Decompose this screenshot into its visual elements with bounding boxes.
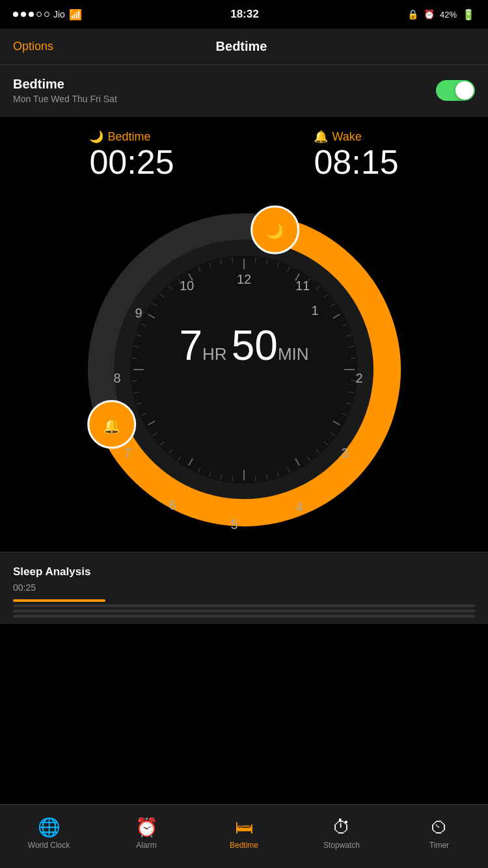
dot-4	[36, 12, 42, 17]
carrier-label: Jio	[53, 9, 65, 20]
svg-point-2	[130, 256, 358, 483]
bedtime-tab-icon: 🛏	[235, 817, 253, 838]
tab-bedtime[interactable]: 🛏 Bedtime	[205, 817, 283, 850]
battery-label: 42%	[440, 10, 457, 20]
bell-icon: 🔔	[314, 129, 328, 144]
analysis-bar-3	[13, 610, 475, 612]
wifi-icon: 📶	[69, 8, 82, 21]
moon-icon: 🌙	[89, 129, 103, 144]
status-bar: Jio 📶 18:32 🔒 ⏰ 42% 🔋	[0, 0, 488, 29]
sleep-analysis-time: 00:25	[13, 582, 475, 593]
tab-bar: 🌐 World Clock ⏰ Alarm 🛏 Bedtime ⏱ Stopwa…	[0, 804, 488, 868]
status-right: 🔒 ⏰ 42% 🔋	[407, 8, 475, 21]
wake-label: 🔔 Wake	[314, 129, 398, 144]
bedtime-toggle-label: Bedtime	[13, 77, 117, 92]
svg-text:7: 7	[124, 446, 131, 460]
stopwatch-label: Stopwatch	[323, 841, 360, 850]
toggle-knob	[455, 81, 474, 100]
stopwatch-icon: ⏱	[332, 817, 351, 838]
lock-icon: 🔒	[407, 9, 418, 20]
svg-text:12: 12	[237, 272, 251, 286]
world-clock-icon: 🌐	[38, 817, 61, 838]
dot-5	[44, 12, 49, 17]
dot-1	[13, 12, 18, 17]
analysis-bar-2	[13, 604, 475, 607]
svg-text:6: 6	[169, 498, 176, 512]
wake-value: 08:15	[314, 144, 398, 181]
alarm-label: Alarm	[136, 841, 156, 850]
bedtime-toggle-left: Bedtime Mon Tue Wed Thu Fri Sat	[13, 77, 117, 104]
svg-text:🌙: 🌙	[266, 223, 284, 240]
bedtime-value: 00:25	[89, 144, 174, 181]
bedtime-label: 🌙 Bedtime	[89, 129, 174, 144]
bedtime-days: Mon Tue Wed Thu Fri Sat	[13, 94, 117, 104]
timer-icon: ⏲	[430, 817, 448, 838]
analysis-bars	[13, 599, 475, 617]
svg-text:11: 11	[295, 278, 310, 293]
svg-text:10: 10	[180, 278, 194, 293]
analysis-bar-4	[13, 615, 475, 617]
nav-title: Bedtime	[216, 39, 267, 54]
sleep-analysis: Sleep Analysis 00:25	[0, 552, 488, 624]
tab-alarm[interactable]: ⏰ Alarm	[107, 817, 185, 850]
svg-text:9: 9	[135, 306, 142, 320]
tab-timer[interactable]: ⏲ Timer	[400, 817, 478, 850]
svg-text:🔔: 🔔	[103, 417, 121, 435]
nav-bar: Options Bedtime	[0, 29, 488, 65]
alarm-icon: ⏰	[424, 9, 435, 20]
clock-svg: 12 1 2 3 4 5 6 7 8 9 10 11 7HR 50MIN 🌙 🔔	[0, 187, 488, 552]
svg-text:3: 3	[341, 446, 348, 460]
svg-text:2: 2	[355, 371, 362, 385]
bedtime-toggle-row: Bedtime Mon Tue Wed Thu Fri Sat	[0, 65, 488, 116]
timer-label: Timer	[429, 841, 449, 850]
dot-2	[21, 12, 26, 17]
tab-world-clock[interactable]: 🌐 World Clock	[10, 817, 88, 850]
svg-text:1: 1	[311, 303, 318, 318]
svg-text:8: 8	[113, 371, 120, 385]
bedtime-block: 🌙 Bedtime 00:25	[89, 129, 174, 181]
status-left: Jio 📶	[13, 8, 82, 21]
sleep-analysis-title: Sleep Analysis	[13, 565, 475, 578]
battery-icon: 🔋	[462, 8, 475, 21]
tab-stopwatch[interactable]: ⏱ Stopwatch	[303, 817, 381, 850]
alarm-tab-icon: ⏰	[135, 817, 158, 838]
svg-text:5: 5	[230, 517, 237, 532]
bedtime-toggle[interactable]	[436, 80, 475, 101]
options-button[interactable]: Options	[13, 40, 53, 53]
svg-text:4: 4	[295, 500, 303, 514]
status-time: 18:32	[230, 8, 258, 21]
wake-block: 🔔 Wake 08:15	[314, 129, 398, 181]
world-clock-label: World Clock	[28, 841, 70, 850]
clock-area: 12 1 2 3 4 5 6 7 8 9 10 11 7HR 50MIN 🌙 🔔	[0, 187, 488, 552]
bedtime-tab-label: Bedtime	[230, 841, 258, 850]
analysis-bar-1	[13, 599, 105, 602]
signal-dots	[13, 12, 49, 17]
dot-3	[29, 12, 34, 17]
times-row: 🌙 Bedtime 00:25 🔔 Wake 08:15	[0, 116, 488, 187]
